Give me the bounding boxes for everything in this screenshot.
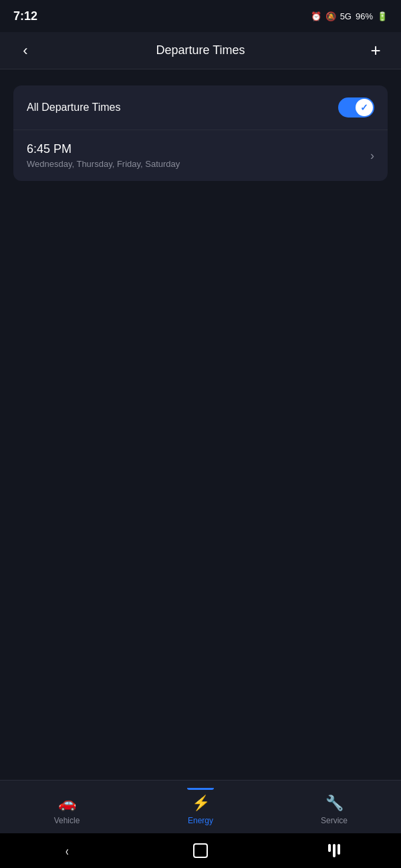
alarm-icon: ⏰ bbox=[311, 11, 321, 21]
departure-days: Wednesday, Thursday, Friday, Saturday bbox=[27, 159, 180, 169]
status-bar: 7:12 ⏰ 🔕 5G 96% 🔋 bbox=[0, 0, 401, 32]
sys-back-button[interactable]: ‹ bbox=[52, 836, 82, 865]
all-departure-label: All Departure Times bbox=[27, 101, 121, 114]
signal-icon: 5G bbox=[340, 11, 352, 21]
nav-item-energy[interactable]: ⚡ Energy bbox=[134, 789, 267, 825]
status-time: 7:12 bbox=[13, 9, 37, 23]
sys-home-icon bbox=[193, 843, 208, 858]
energy-icon: ⚡ bbox=[192, 795, 210, 812]
main-content: All Departure Times ✓ 6:45 PM Wednesday,… bbox=[0, 69, 401, 197]
back-button[interactable]: ‹ bbox=[13, 39, 37, 63]
sys-home-button[interactable] bbox=[186, 836, 215, 865]
nav-item-service[interactable]: 🔧 Service bbox=[267, 789, 401, 825]
sys-recent-icon bbox=[328, 844, 340, 857]
vehicle-icon: 🚗 bbox=[58, 795, 76, 812]
page-title: Departure Times bbox=[156, 43, 245, 57]
battery-visual: 🔋 bbox=[377, 11, 388, 21]
system-nav: ‹ bbox=[0, 833, 401, 868]
departure-times-card: All Departure Times ✓ 6:45 PM Wednesday,… bbox=[13, 85, 388, 181]
sys-back-icon: ‹ bbox=[65, 843, 69, 859]
departure-time: 6:45 PM bbox=[27, 142, 180, 156]
mute-icon: 🔕 bbox=[325, 11, 336, 21]
toggle-knob: ✓ bbox=[356, 99, 373, 116]
add-button[interactable]: + bbox=[364, 39, 388, 63]
departure-time-row[interactable]: 6:45 PM Wednesday, Thursday, Friday, Sat… bbox=[13, 130, 388, 181]
energy-label: Energy bbox=[188, 816, 213, 825]
all-departure-toggle[interactable]: ✓ bbox=[338, 97, 374, 118]
service-label: Service bbox=[321, 816, 348, 825]
bottom-nav: 🚗 Vehicle ⚡ Energy 🔧 Service bbox=[0, 780, 401, 833]
toggle-check-icon: ✓ bbox=[360, 102, 368, 113]
chevron-right-icon: › bbox=[370, 149, 374, 163]
nav-item-vehicle[interactable]: 🚗 Vehicle bbox=[0, 789, 134, 825]
sys-recent-button[interactable] bbox=[319, 836, 349, 865]
service-icon: 🔧 bbox=[325, 795, 344, 812]
vehicle-label: Vehicle bbox=[54, 816, 80, 825]
departure-time-content: 6:45 PM Wednesday, Thursday, Friday, Sat… bbox=[27, 142, 180, 169]
all-departure-times-row: All Departure Times ✓ bbox=[13, 85, 388, 130]
nav-bar: ‹ Departure Times + bbox=[0, 32, 401, 69]
back-icon: ‹ bbox=[23, 42, 27, 59]
battery-icon: 96% bbox=[356, 11, 373, 21]
add-icon: + bbox=[370, 40, 380, 61]
status-icons: ⏰ 🔕 5G 96% 🔋 bbox=[311, 11, 388, 21]
